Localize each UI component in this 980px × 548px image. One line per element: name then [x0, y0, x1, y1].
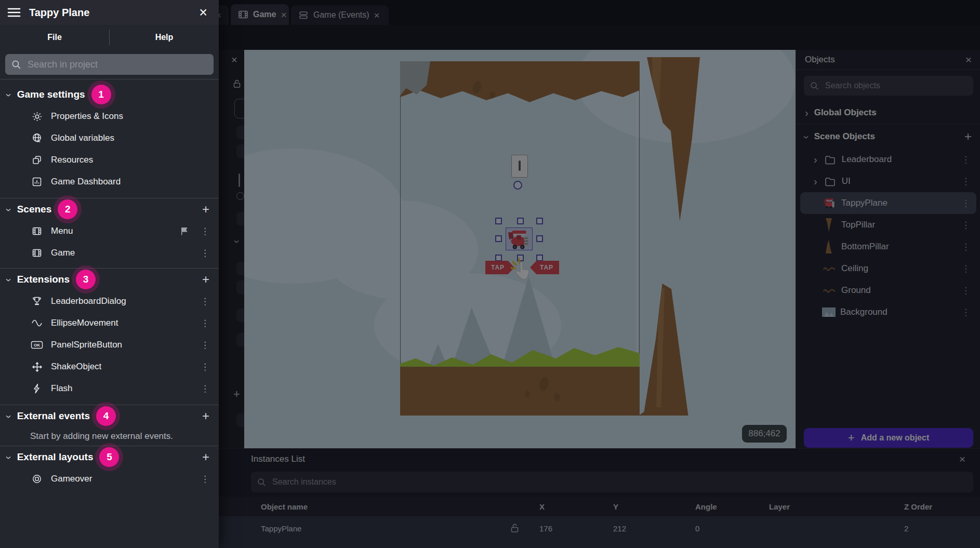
flag-icon — [180, 226, 189, 236]
item-ext-flash[interactable]: Flash ⋮ — [0, 378, 219, 399]
close-icon[interactable]: × — [199, 6, 207, 20]
section-label: Extensions — [17, 274, 70, 285]
item-game-dashboard[interactable]: Game Dashboard — [0, 171, 219, 193]
search-icon — [11, 60, 21, 70]
item-scene-menu[interactable]: Menu ⋮ — [0, 220, 219, 242]
step-badge: 1 — [91, 85, 111, 104]
chevron-down-icon: › — [4, 456, 15, 460]
section-scenes[interactable]: › Scenes 2 + — [0, 198, 219, 220]
move-arrows-icon — [30, 362, 44, 372]
dashboard-icon — [30, 177, 44, 187]
chevron-down-icon: › — [4, 208, 15, 212]
section-label: Scenes — [17, 204, 52, 215]
kebab-menu-icon[interactable]: ⋮ — [201, 475, 209, 484]
item-ext-panelspritebutton[interactable]: OK PanelSpriteButton ⋮ — [0, 334, 219, 356]
section-label: External events — [17, 410, 90, 422]
step-badge: 5 — [99, 447, 119, 467]
add-scene-icon[interactable]: + — [202, 203, 209, 216]
item-label: LeaderboardDialog — [51, 296, 126, 306]
hamburger-menu-icon[interactable] — [7, 7, 21, 18]
scene-film-icon — [30, 226, 44, 236]
globe-icon — [30, 132, 44, 144]
ok-button-icon: OK — [30, 341, 44, 349]
chevron-down-icon: › — [4, 415, 15, 419]
item-label: Game Dashboard — [51, 177, 121, 187]
menu-help[interactable]: Help — [110, 33, 219, 42]
step-badge: 2 — [58, 199, 77, 219]
item-label: Properties & Icons — [51, 111, 123, 122]
lightning-icon — [30, 383, 44, 394]
item-label: PanelSpriteButton — [51, 340, 122, 350]
item-resources[interactable]: Resources — [0, 149, 219, 171]
sine-wave-icon — [30, 318, 44, 328]
section-label: Game settings — [17, 89, 85, 100]
item-label: Menu — [51, 226, 73, 236]
item-ext-ellipsemovement[interactable]: EllipseMovement ⋮ — [0, 312, 219, 334]
item-label: Flash — [51, 383, 73, 394]
item-label: Resources — [51, 155, 93, 165]
gear-icon — [30, 111, 44, 122]
chevron-down-icon: › — [4, 278, 15, 282]
item-label: Game — [51, 248, 75, 258]
chevron-down-icon: › — [4, 93, 15, 97]
kebab-menu-icon[interactable]: ⋮ — [201, 384, 209, 393]
trophy-icon — [30, 296, 44, 306]
resources-icon — [30, 155, 44, 165]
kebab-menu-icon[interactable]: ⋮ — [201, 341, 209, 350]
item-properties-icons[interactable]: Properties & Icons — [0, 105, 219, 127]
external-events-empty: Start by adding new external events. — [0, 427, 219, 446]
project-search[interactable] — [5, 54, 214, 75]
section-label: External layouts — [17, 451, 94, 463]
item-scene-game[interactable]: Game ⋮ — [0, 242, 219, 264]
project-search-input[interactable] — [27, 59, 207, 71]
item-global-variables[interactable]: Global variables — [0, 127, 219, 149]
add-external-layout-icon[interactable]: + — [202, 451, 209, 463]
section-external-layouts[interactable]: › External layouts 5 + — [0, 446, 219, 468]
menu-file[interactable]: File — [0, 33, 109, 42]
project-title: Tappy Plane — [29, 7, 89, 19]
empty-hint-label: Start by adding new external events. — [30, 431, 173, 442]
item-ext-shakeobject[interactable]: ShakeObject ⋮ — [0, 356, 219, 378]
item-label: Global variables — [51, 133, 114, 143]
section-game-settings[interactable]: › Game settings 1 — [0, 84, 219, 105]
item-layout-gameover[interactable]: Gameover ⋮ — [0, 468, 219, 490]
kebab-menu-icon[interactable]: ⋮ — [201, 319, 209, 328]
project-tree: › Game settings 1 Properties & Icons — [0, 79, 219, 490]
item-ext-leaderboarddialog[interactable]: LeaderboardDialog ⋮ — [0, 290, 219, 312]
item-label: ShakeObject — [51, 362, 101, 372]
project-manager-drawer: Tappy Plane × File Help › Game settings … — [0, 0, 219, 548]
add-extension-icon[interactable]: + — [202, 273, 209, 286]
section-external-events[interactable]: › External events 4 + — [0, 405, 219, 427]
layout-target-icon — [30, 474, 44, 484]
step-badge: 4 — [96, 406, 116, 426]
section-extensions[interactable]: › Extensions 3 + — [0, 269, 219, 290]
kebab-menu-icon[interactable]: ⋮ — [201, 249, 209, 258]
step-badge: 3 — [76, 270, 96, 289]
drawer-menubar: File Help — [0, 25, 219, 50]
kebab-menu-icon[interactable]: ⋮ — [201, 227, 209, 236]
item-label: EllipseMovement — [51, 318, 118, 328]
item-label: Gameover — [51, 474, 92, 484]
kebab-menu-icon[interactable]: ⋮ — [201, 297, 209, 306]
kebab-menu-icon[interactable]: ⋮ — [201, 363, 209, 371]
scene-film-icon — [30, 248, 44, 258]
drawer-header: Tappy Plane × — [0, 0, 219, 25]
add-external-event-icon[interactable]: + — [202, 410, 209, 422]
app-window: × Game × Game (Events) × — [0, 0, 980, 548]
svg-text:OK: OK — [34, 343, 40, 347]
